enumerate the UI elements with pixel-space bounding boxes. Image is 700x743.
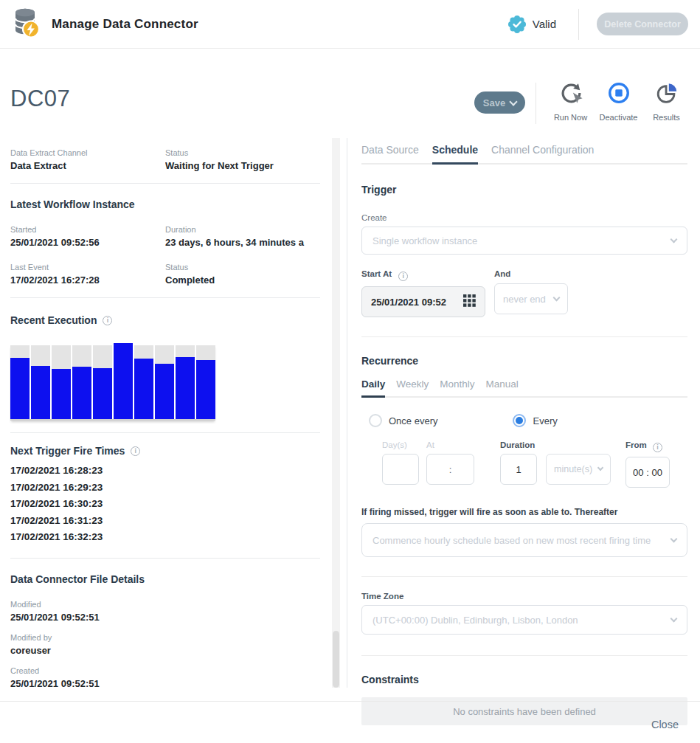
execution-bar — [114, 345, 133, 419]
start-at-label-text: Start At — [361, 269, 392, 278]
from-time-input[interactable]: 00 : 00 — [626, 457, 670, 488]
start-at-value: 25/01/2021 09:52 — [371, 297, 446, 308]
constraints-heading: Constraints — [361, 674, 687, 685]
duration-unit-select[interactable]: minute(s) — [546, 454, 611, 485]
chevron-down-icon — [670, 235, 678, 243]
recent-execution-heading-text: Recent Execution — [10, 314, 97, 326]
create-label: Create — [361, 213, 687, 222]
channel-value: Data Extract — [10, 160, 165, 171]
last-event-label: Last Event — [10, 263, 165, 272]
started-label: Started — [10, 225, 165, 234]
duration-value: 23 days, 6 hours, 34 minutes a — [165, 237, 320, 248]
chevron-down-icon — [553, 294, 561, 301]
start-at-input[interactable]: 25/01/2021 09:52 — [361, 286, 485, 317]
execution-bar — [155, 345, 174, 419]
execution-bar — [196, 345, 215, 419]
modified-by-value: coreuser — [10, 645, 320, 656]
divider — [361, 576, 687, 577]
info-icon[interactable] — [131, 446, 140, 456]
divider — [10, 183, 320, 184]
trigger-time: 17/02/2021 16:31:23 — [10, 513, 320, 530]
scrollbar-thumb[interactable] — [333, 631, 339, 688]
tab-daily[interactable]: Daily — [361, 379, 385, 398]
divider — [578, 9, 579, 40]
dialog-title: Manage Data Connector — [52, 17, 198, 32]
run-now-button[interactable]: Run Now — [547, 81, 595, 122]
next-triggers-heading: Next Trigger Fire Times — [10, 445, 320, 457]
execution-bar — [176, 345, 195, 419]
stop-circle-icon — [606, 81, 631, 109]
never-end-value: never end — [503, 294, 546, 305]
execution-bar — [72, 345, 91, 419]
tab-schedule[interactable]: Schedule — [432, 144, 478, 165]
modified-value: 25/01/2021 09:52:51 — [10, 612, 320, 623]
trigger-time: 17/02/2021 16:29:23 — [10, 480, 320, 497]
at-time-input[interactable]: : — [426, 454, 474, 485]
from-label: From — [626, 440, 670, 452]
trigger-heading: Trigger — [361, 184, 687, 196]
status-label: Status — [165, 148, 320, 157]
duration-unit-value: minute(s) — [554, 464, 592, 474]
info-icon[interactable] — [398, 272, 408, 281]
every-radio[interactable] — [513, 414, 526, 427]
connector-summary-panel: Data Extract Channel Data Extract Status… — [0, 138, 347, 688]
recurrence-heading: Recurrence — [361, 355, 687, 367]
divider — [10, 558, 320, 559]
channel-status-row: Data Extract Channel Data Extract Status… — [10, 148, 320, 171]
missed-firing-select[interactable]: Commence hourly schedule based on new mo… — [361, 523, 687, 557]
modified-label: Modified — [10, 600, 320, 609]
footer-divider — [0, 701, 700, 702]
missed-firing-value: Commence hourly schedule based on new mo… — [372, 535, 651, 546]
once-every-label: Once every — [389, 415, 437, 426]
next-triggers-heading-text: Next Trigger Fire Times — [10, 445, 125, 457]
duration-input[interactable]: 1 — [500, 454, 537, 485]
connector-name-title: DC07 — [10, 86, 70, 112]
chevron-down-icon — [597, 465, 603, 471]
workflow-status-label: Status — [165, 263, 320, 272]
chevron-down-icon — [670, 615, 678, 622]
workflow-row-2: Last Event 17/02/2021 16:27:28 Status Co… — [10, 263, 320, 286]
deactivate-button[interactable]: Deactivate — [595, 81, 642, 122]
trigger-time: 17/02/2021 16:30:23 — [10, 496, 320, 513]
run-now-cursor-icon — [558, 81, 583, 109]
tab-monthly[interactable]: Monthly — [440, 379, 474, 396]
days-input[interactable] — [382, 454, 419, 485]
results-button[interactable]: Results — [642, 81, 690, 122]
created-value: 25/01/2021 09:52:51 — [10, 678, 320, 688]
execution-bar — [52, 345, 71, 419]
delete-connector-button[interactable]: Delete Connector — [597, 13, 688, 35]
duration-label: Duration — [165, 225, 320, 234]
divider — [361, 655, 687, 656]
create-select[interactable]: Single workflow instance — [361, 227, 687, 255]
recent-execution-bar-chart — [10, 345, 215, 421]
divider — [361, 336, 687, 337]
last-event-value: 17/02/2021 16:27:28 — [10, 274, 165, 286]
tab-bar: Data Source Schedule Channel Configurati… — [361, 138, 687, 165]
save-button-label: Save — [483, 97, 505, 108]
time-zone-select[interactable]: (UTC+00:00) Dublin, Edinburgh, Lisbon, L… — [361, 605, 687, 635]
save-button[interactable]: Save — [474, 91, 525, 114]
info-icon[interactable] — [653, 443, 662, 452]
info-icon[interactable] — [103, 316, 112, 325]
chevron-down-icon — [510, 97, 518, 106]
file-details-heading: Data Connector File Details — [10, 573, 320, 585]
create-select-value: Single workflow instance — [372, 235, 477, 246]
tab-manual[interactable]: Manual — [486, 379, 519, 396]
chevron-down-icon — [670, 535, 678, 542]
recurrence-tab-bar: Daily Weekly Monthly Manual — [361, 379, 687, 398]
close-button[interactable]: Close — [651, 719, 679, 730]
divider — [10, 297, 320, 298]
tab-channel-configuration[interactable]: Channel Configuration — [491, 144, 594, 163]
toolbar: Save Run Now Deactivate — [474, 81, 690, 124]
time-zone-value: (UTC+00:00) Dublin, Edinburgh, Lisbon, L… — [372, 615, 578, 626]
tab-weekly[interactable]: Weekly — [396, 379, 429, 396]
from-label-text: From — [626, 440, 647, 449]
once-every-radio[interactable] — [369, 414, 382, 427]
missed-firing-text: If firing missed, trigger will fire as s… — [361, 507, 687, 517]
never-end-select[interactable]: never end — [494, 283, 568, 314]
results-label: Results — [653, 113, 680, 122]
tab-data-source[interactable]: Data Source — [361, 144, 419, 163]
days-label: Day(s) — [382, 440, 419, 449]
schedule-panel: Data Source Schedule Channel Configurati… — [361, 138, 687, 725]
workflow-row-1: Started 25/01/2021 09:52:56 Duration 23 … — [10, 225, 320, 248]
